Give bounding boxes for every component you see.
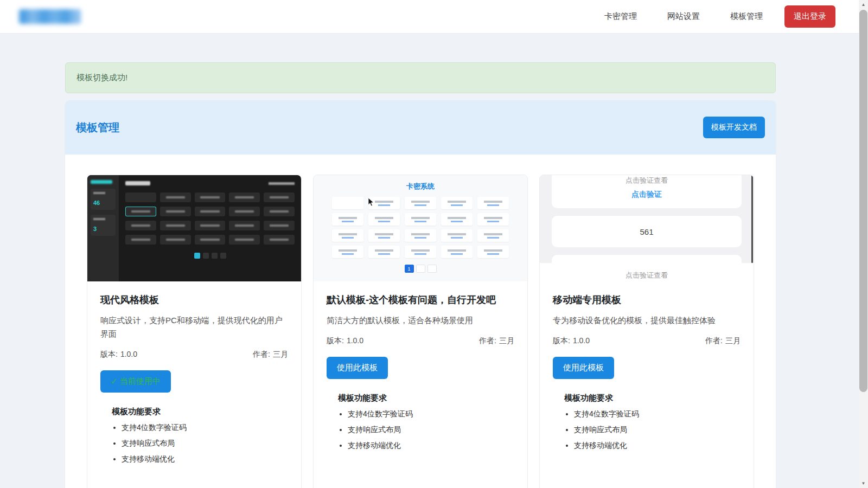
preview-stat-box: 3 — [91, 215, 116, 236]
preview-grid-cell — [160, 192, 191, 202]
preview-grid-cell — [368, 229, 400, 242]
preview-dark-dashboard: 46 3 — [87, 175, 301, 281]
template-description: 响应式设计，支持PC和移动端，提供现代化的用户界面 — [100, 314, 288, 341]
template-card-mobile: 点击验证查看 点击验证 561 点击验证查看 — [539, 175, 754, 488]
preview-grid-cell — [477, 246, 509, 258]
template-version: 版本:1.0.0 — [553, 336, 590, 346]
top-navbar: 卡密管理 网站设置 模板管理 退出登录 — [0, 0, 868, 34]
scrollbar-thumb[interactable] — [859, 10, 867, 392]
preview-grid-cell — [160, 221, 191, 230]
preview-grid-cell — [195, 235, 226, 245]
preview-row-text: 点击验证查看 — [626, 176, 668, 184]
preview-topright-blur — [269, 182, 295, 185]
use-template-button[interactable]: 使用此模板 — [327, 357, 388, 379]
preview-card-grid — [332, 197, 509, 258]
template-title: 现代风格模板 — [100, 293, 288, 306]
preview-grid-cell — [125, 192, 156, 202]
preview-logo-blur — [91, 180, 112, 184]
nav-item-template-management[interactable]: 模板管理 — [730, 11, 763, 22]
preview-stat-label-blur — [93, 192, 105, 194]
card-body: 默认模板-这个模板有问题，自行开发吧 简洁大方的默认模板，适合各种场景使用 版本… — [314, 281, 527, 468]
preview-verify-link: 点击验证 — [552, 190, 742, 200]
preview-grid-cell — [229, 221, 260, 230]
scroll-down-icon[interactable]: ▼ — [859, 479, 868, 488]
preview-topbar — [125, 181, 295, 185]
panel-header: 模板管理 模板开发文档 — [65, 100, 776, 155]
preview-grid-cell — [441, 246, 473, 258]
template-description: 专为移动设备优化的模板，提供最佳触控体验 — [553, 314, 741, 328]
use-template-button[interactable]: 使用此模板 — [553, 357, 614, 379]
preview-grid-cell — [477, 197, 509, 209]
preview-grid-cell — [405, 246, 436, 258]
preview-grid-cell — [405, 213, 436, 226]
preview-pagination-dot — [427, 265, 437, 273]
template-preview-image: 点击验证查看 点击验证 561 点击验证查看 — [540, 175, 754, 281]
preview-grid-cell — [264, 207, 295, 216]
template-management-panel: 模板管理 模板开发文档 46 — [65, 100, 776, 488]
preview-grid-cell — [441, 197, 473, 209]
app-logo-blurred[interactable] — [19, 9, 81, 24]
template-meta: 版本:1.0.0 作者:三月 — [327, 336, 514, 346]
template-features: 模板功能要求 支持4位数字验证码支持响应式布局支持移动端优化 — [553, 393, 741, 451]
features-list: 支持4位数字验证码支持响应式布局支持移动端优化 — [553, 409, 741, 451]
template-features: 模板功能要求 支持4位数字验证码支持响应式布局支持移动端优化 — [327, 393, 514, 451]
preview-grid-cell — [264, 221, 295, 230]
preview-row-number: 561 — [640, 227, 653, 236]
template-meta: 版本:1.0.0 作者:三月 — [100, 350, 288, 359]
preview-grid-cell — [477, 213, 509, 226]
template-card-modern: 46 3 — [87, 175, 302, 488]
preview-grid-cell — [477, 229, 509, 242]
logout-button[interactable]: 退出登录 — [784, 5, 835, 28]
preview-list-row: 点击验证查看 — [552, 255, 742, 281]
preview-row-text: 点击验证查看 — [626, 271, 668, 279]
features-list: 支持4位数字验证码支持响应式布局支持移动端优化 — [100, 423, 288, 464]
preview-grid-cell — [332, 246, 363, 258]
preview-pagination-dot — [203, 253, 209, 259]
feature-item: 支持移动端优化 — [574, 441, 741, 451]
preview-main-area — [119, 175, 301, 281]
preview-pagination-dot — [220, 253, 226, 259]
nav-item-site-settings[interactable]: 网站设置 — [667, 11, 700, 22]
nav-item-card-management[interactable]: 卡密管理 — [604, 11, 637, 22]
page-scrollbar[interactable]: ▲ ▼ — [859, 0, 868, 488]
preview-grid-cell — [405, 229, 436, 242]
template-version: 版本:1.0.0 — [100, 350, 137, 359]
feature-item: 支持4位数字验证码 — [348, 409, 514, 419]
features-heading: 模板功能要求 — [338, 393, 514, 403]
preview-pagination: 1 — [324, 265, 516, 273]
template-features: 模板功能要求 支持4位数字验证码支持响应式布局支持移动端优化 — [100, 407, 288, 464]
preview-grid-cell — [368, 246, 400, 258]
preview-grid-cell — [125, 235, 156, 245]
preview-grid-cell — [229, 207, 260, 216]
nav-links: 卡密管理 网站设置 模板管理 退出登录 — [574, 5, 835, 28]
feature-item: 支持响应式布局 — [574, 425, 741, 435]
template-title: 移动端专用模板 — [553, 293, 741, 306]
preview-stat-label-blur — [93, 218, 105, 220]
preview-grid-cell — [332, 213, 363, 226]
preview-system-title: 卡密系统 — [324, 182, 516, 191]
template-author: 作者:三月 — [479, 336, 514, 346]
template-title: 默认模板-这个模板有问题，自行开发吧 — [327, 293, 514, 306]
template-cards-row: 46 3 — [87, 175, 754, 488]
mouse-cursor-icon — [368, 197, 374, 207]
preview-grid-cell — [264, 192, 295, 202]
features-heading: 模板功能要求 — [564, 393, 741, 403]
template-author: 作者:三月 — [705, 336, 741, 346]
preview-grid-cell — [160, 207, 191, 216]
preview-pagination — [125, 253, 295, 259]
preview-grid-cell — [332, 229, 363, 242]
preview-grid-cell — [368, 213, 400, 226]
panel-title: 模板管理 — [76, 120, 119, 135]
template-description: 简洁大方的默认模板，适合各种场景使用 — [327, 314, 514, 328]
template-preview-image: 卡密系统 1 — [314, 175, 527, 281]
card-body: 移动端专用模板 专为移动设备优化的模板，提供最佳触控体验 版本:1.0.0 作者… — [540, 281, 754, 468]
feature-item: 支持4位数字验证码 — [122, 423, 288, 433]
preview-title-blur — [125, 181, 150, 185]
preview-stat-value: 3 — [93, 226, 97, 232]
preview-grid-cell — [229, 192, 260, 202]
preview-grid-cell — [229, 235, 260, 245]
scroll-up-icon[interactable]: ▲ — [859, 0, 868, 9]
template-docs-button[interactable]: 模板开发文档 — [703, 117, 765, 138]
current-template-button[interactable]: ✓ 当前使用中 — [100, 370, 171, 393]
preview-grid-cell — [332, 197, 363, 209]
